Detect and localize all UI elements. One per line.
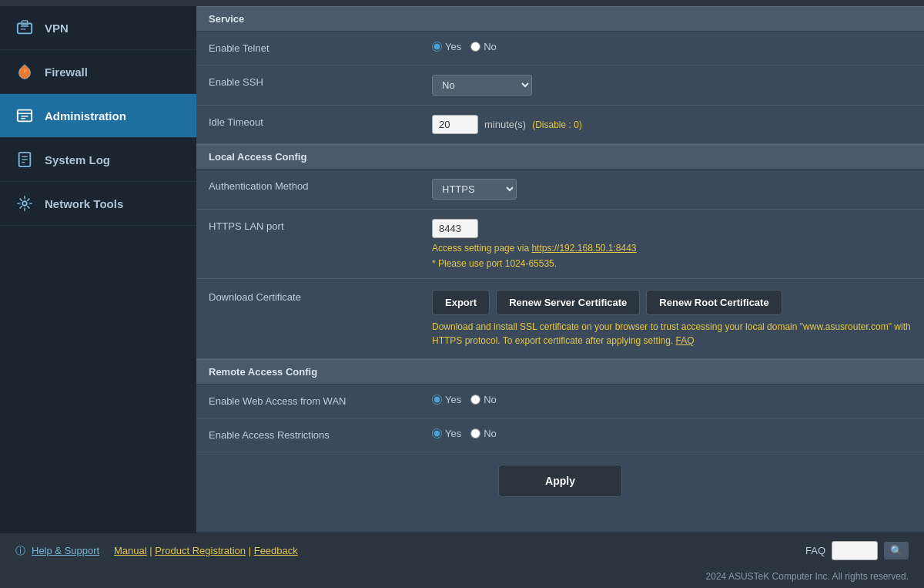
auth-method-label: Authentication Method xyxy=(209,179,432,192)
sidebar-item-network-tools[interactable]: Network Tools xyxy=(0,182,196,226)
idle-timeout-value: minute(s) (Disable : 0) xyxy=(432,115,912,134)
help-support-icon: ⓘ xyxy=(15,544,25,558)
download-cert-info: Download and install SSL certificate on … xyxy=(432,320,912,348)
idle-timeout-input[interactable] xyxy=(432,115,478,134)
sidebar: VPN Firewall Administration xyxy=(0,6,196,533)
download-cert-value: Export Renew Server Certificate Renew Ro… xyxy=(432,290,912,348)
svg-rect-1 xyxy=(22,21,27,25)
https-lan-port-access-text: Access setting page via xyxy=(432,243,531,254)
enable-telnet-row: Enable Telnet Yes No xyxy=(196,32,924,66)
enable-web-access-yes-text: Yes xyxy=(445,394,461,405)
sidebar-item-administration[interactable]: Administration xyxy=(0,94,196,138)
https-lan-port-row: HTTPS LAN port Access setting page via h… xyxy=(196,210,924,279)
enable-access-restrictions-row: Enable Access Restrictions Yes No xyxy=(196,418,924,452)
sidebar-item-label-firewall: Firewall xyxy=(45,66,88,79)
enable-web-access-row: Enable Web Access from WAN Yes No xyxy=(196,385,924,418)
enable-web-access-yes-radio[interactable] xyxy=(432,395,442,405)
enable-web-access-value: Yes No xyxy=(432,394,912,405)
enable-access-restrictions-label: Enable Access Restrictions xyxy=(209,428,432,441)
enable-access-restrictions-value: Yes No xyxy=(432,428,912,439)
apply-section: Apply xyxy=(196,452,924,509)
remote-access-section-header: Remote Access Config xyxy=(196,359,924,385)
footer-links: Manual | Product Registration | Feedback xyxy=(105,545,298,556)
download-cert-buttons: Export Renew Server Certificate Renew Ro… xyxy=(432,290,912,315)
enable-access-restrictions-no-radio[interactable] xyxy=(470,428,480,438)
log-icon xyxy=(14,149,35,170)
enable-access-restrictions-radio-group: Yes No xyxy=(432,428,912,439)
sidebar-item-label-administration: Administration xyxy=(45,109,126,123)
footer-separator-2: | xyxy=(249,545,254,556)
enable-telnet-yes-text: Yes xyxy=(445,41,461,52)
enable-access-restrictions-no-label[interactable]: No xyxy=(470,428,497,439)
https-lan-port-hint: * Please use port 1024-65535. xyxy=(432,258,912,269)
enable-web-access-yes-label[interactable]: Yes xyxy=(432,394,461,405)
enable-access-restrictions-no-text: No xyxy=(484,428,497,439)
idle-timeout-unit: minute(s) xyxy=(484,119,526,130)
enable-web-access-no-label[interactable]: No xyxy=(470,394,497,405)
help-support-link[interactable]: Help & Support xyxy=(32,545,99,556)
sidebar-item-label-system-log: System Log xyxy=(45,153,110,166)
svg-rect-2 xyxy=(18,110,32,122)
product-registration-link[interactable]: Product Registration xyxy=(155,545,246,556)
idle-timeout-controls: minute(s) (Disable : 0) xyxy=(432,115,912,134)
footer-faq: FAQ 🔍 xyxy=(805,541,909,560)
enable-telnet-no-text: No xyxy=(484,41,497,52)
enable-telnet-no-label[interactable]: No xyxy=(470,41,497,52)
https-lan-port-link[interactable]: https://192.168.50.1:8443 xyxy=(531,243,636,254)
footer-left: ⓘ Help & Support Manual | Product Regist… xyxy=(15,544,298,558)
enable-telnet-yes-label[interactable]: Yes xyxy=(432,41,461,52)
download-cert-info-text: Download and install SSL certificate on … xyxy=(432,321,911,346)
auth-method-select[interactable]: HTTPS HTTP Both xyxy=(432,179,517,200)
service-section-header: Service xyxy=(196,6,924,32)
local-access-section: Local Access Config Authentication Metho… xyxy=(196,144,924,359)
remote-access-section: Remote Access Config Enable Web Access f… xyxy=(196,359,924,452)
main-content: Service Enable Telnet Yes No xyxy=(196,6,924,533)
https-lan-port-access-hint: Access setting page via https://192.168.… xyxy=(432,243,912,254)
enable-telnet-value: Yes No xyxy=(432,41,912,52)
enable-web-access-radio-group: Yes No xyxy=(432,394,912,405)
enable-ssh-row: Enable SSH No Yes xyxy=(196,66,924,106)
enable-telnet-radio-group: Yes No xyxy=(432,41,912,52)
enable-web-access-no-radio[interactable] xyxy=(470,395,480,405)
enable-ssh-select[interactable]: No Yes xyxy=(432,75,532,96)
faq-label: FAQ xyxy=(805,545,825,556)
tools-icon xyxy=(14,193,35,214)
sidebar-item-label-vpn: VPN xyxy=(45,22,69,35)
export-button[interactable]: Export xyxy=(432,290,490,315)
enable-telnet-yes-radio[interactable] xyxy=(432,42,442,52)
enable-access-restrictions-yes-label[interactable]: Yes xyxy=(432,428,461,439)
service-section: Service Enable Telnet Yes No xyxy=(196,6,924,144)
vpn-icon xyxy=(14,17,35,39)
enable-ssh-label: Enable SSH xyxy=(209,75,432,88)
enable-access-restrictions-yes-radio[interactable] xyxy=(432,428,442,438)
auth-method-value: HTTPS HTTP Both xyxy=(432,179,912,200)
sidebar-item-vpn[interactable]: VPN xyxy=(0,6,196,50)
download-cert-faq-link[interactable]: FAQ xyxy=(676,335,695,346)
footer: ⓘ Help & Support Manual | Product Regist… xyxy=(0,533,924,568)
enable-telnet-label: Enable Telnet xyxy=(209,41,432,54)
firewall-icon xyxy=(14,61,35,82)
sidebar-item-label-network-tools: Network Tools xyxy=(45,197,123,210)
faq-search-button[interactable]: 🔍 xyxy=(884,542,909,559)
manual-link[interactable]: Manual xyxy=(114,545,147,556)
sidebar-item-firewall[interactable]: Firewall xyxy=(0,50,196,94)
sidebar-item-system-log[interactable]: System Log xyxy=(0,138,196,182)
enable-access-restrictions-yes-text: Yes xyxy=(445,428,461,439)
enable-web-access-no-text: No xyxy=(484,394,497,405)
faq-search-input[interactable] xyxy=(832,541,878,560)
auth-method-row: Authentication Method HTTPS HTTP Both xyxy=(196,170,924,210)
feedback-link[interactable]: Feedback xyxy=(254,545,298,556)
https-lan-port-value: Access setting page via https://192.168.… xyxy=(432,219,912,269)
renew-root-cert-button[interactable]: Renew Root Certificate xyxy=(646,290,782,315)
admin-icon xyxy=(14,105,35,126)
download-cert-label: Download Certificate xyxy=(209,290,432,303)
local-access-section-header: Local Access Config xyxy=(196,144,924,170)
https-lan-port-input[interactable] xyxy=(432,219,478,238)
enable-web-access-label: Enable Web Access from WAN xyxy=(209,394,432,407)
svg-point-10 xyxy=(22,201,27,206)
idle-timeout-label: Idle Timeout xyxy=(209,115,432,128)
enable-ssh-value: No Yes xyxy=(432,75,912,96)
apply-button[interactable]: Apply xyxy=(498,465,622,497)
enable-telnet-no-radio[interactable] xyxy=(470,42,480,52)
renew-server-cert-button[interactable]: Renew Server Certificate xyxy=(496,290,640,315)
